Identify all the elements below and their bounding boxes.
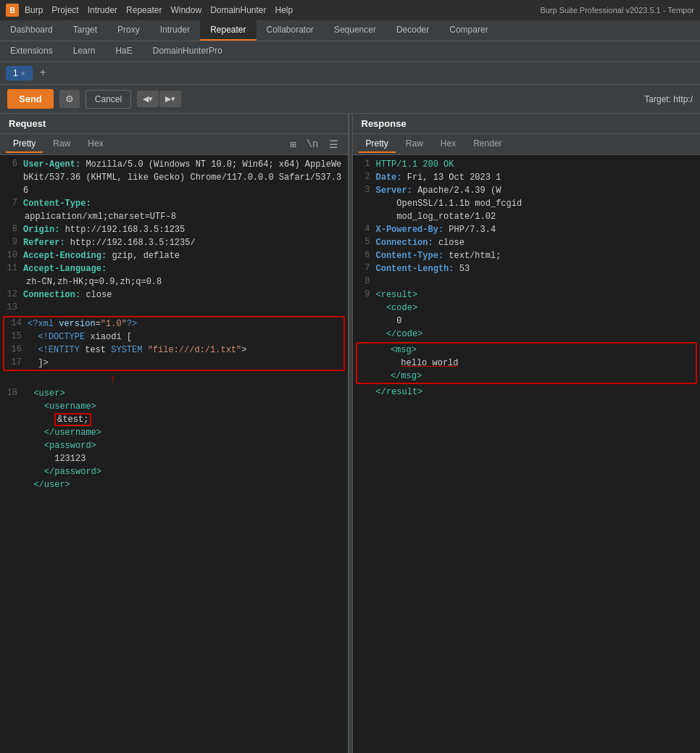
request-tab-raw[interactable]: Raw — [46, 136, 78, 153]
request-line-12: 12 Connection: close — [0, 288, 348, 301]
response-line-msg-val: hello world — [357, 357, 696, 370]
nav-comparer[interactable]: Comparer — [439, 20, 498, 41]
title-bar: B Burp Project Intruder Repeater Window … — [0, 0, 700, 20]
burp-icon: B — [6, 4, 19, 17]
request-line-password-open: <password> — [0, 439, 348, 452]
repeater-tab-1[interactable]: 1 × — [6, 66, 33, 80]
cancel-button[interactable]: Cancel — [86, 90, 131, 109]
request-line-11: 11 Accept-Language:zh-CN,zh-HK;q=0.9,zh;… — [0, 262, 348, 288]
request-line-password-close: </password> — [0, 465, 348, 478]
nav-hae[interactable]: HaE — [105, 41, 142, 62]
nav-buttons: ◀▾ ▶▾ — [137, 91, 181, 107]
request-line-8: 8 Origin: http://192.168.3.5:1235 — [0, 223, 348, 236]
menu-repeater[interactable]: Repeater — [126, 5, 162, 15]
tab-label: 1 — [13, 68, 18, 78]
red-arrow-indicator: ↑ — [109, 373, 348, 387]
tab-close-icon[interactable]: × — [21, 70, 25, 78]
request-line-18: 18 <user> — [0, 387, 348, 400]
request-line-17: 17 ]> — [4, 357, 343, 370]
response-line-4: 4 X-Powered-By: PHP/7.3.4 — [353, 223, 701, 236]
response-line-9: 9 <result> — [353, 288, 701, 301]
request-tab-pretty[interactable]: Pretty — [6, 136, 43, 153]
tab-add-button[interactable]: + — [36, 65, 51, 81]
nav-learn[interactable]: Learn — [63, 41, 106, 62]
xml-declaration-block: 14 <?xml version="1.0"?> 15 <!DOCTYPE xi… — [3, 316, 345, 371]
response-line-code-val: 0 — [353, 315, 701, 328]
response-line-2: 2 Date: Fri, 13 Oct 2023 1 — [353, 171, 701, 184]
response-line-msg-close: </msg> — [357, 370, 696, 383]
menu-burp[interactable]: Burp — [25, 5, 43, 15]
response-panel: Response Pretty Raw Hex Render 1 HTTP/1.… — [353, 114, 701, 753]
response-line-1: 1 HTTP/1.1 200 OK — [353, 158, 701, 171]
response-line-3: 3 Server: Apache/2.4.39 (W OpenSSL/1.1.1… — [353, 184, 701, 223]
main-area: Request Pretty Raw Hex ⊞ \n ☰ 6 User-Age… — [0, 114, 700, 753]
request-line-7: 7 Content-Type:application/xml;charset=U… — [0, 197, 348, 223]
response-header: Response — [353, 114, 701, 134]
wrap-icon[interactable]: \n — [303, 137, 322, 151]
request-line-15: 15 <!DOCTYPE xiaodi [ — [4, 330, 343, 344]
response-line-result-close: </result> — [353, 386, 701, 399]
nav-extensions[interactable]: Extensions — [0, 41, 63, 62]
response-line-msg-open: <msg> — [357, 344, 696, 357]
nav-domainhunterpro[interactable]: DomainHunterPro — [143, 41, 233, 62]
nav-target[interactable]: Target — [63, 20, 107, 41]
tab-bar: 1 × + — [0, 62, 700, 85]
entity-value: &test; — [54, 413, 91, 426]
settings-button[interactable]: ⚙ — [59, 90, 80, 108]
menu-project[interactable]: Project — [51, 5, 78, 15]
response-msg-block: <msg> hello world </msg> — [356, 342, 698, 384]
response-code-area[interactable]: 1 HTTP/1.1 200 OK 2 Date: Fri, 13 Oct 20… — [353, 155, 701, 753]
response-line-7: 7 Content-Length: 53 — [353, 262, 701, 275]
nav-forward-button[interactable]: ▶▾ — [159, 91, 181, 107]
title-bar-menus: Burp Project Intruder Repeater Window Do… — [25, 5, 540, 15]
response-line-code-open: <code> — [353, 301, 701, 315]
copy-icon[interactable]: ⊞ — [286, 137, 299, 152]
nav-sequencer[interactable]: Sequencer — [324, 20, 386, 41]
response-line-8: 8 — [353, 275, 701, 288]
nav-proxy[interactable]: Proxy — [107, 20, 150, 41]
request-line-password-value: 123123 — [0, 452, 348, 465]
request-tabs: Pretty Raw Hex ⊞ \n ☰ — [0, 134, 348, 155]
response-line-code-close: </code> — [353, 328, 701, 341]
request-line-9: 9 Referer: http://192.168.3.5:1235/ — [0, 236, 348, 249]
nav-dashboard[interactable]: Dashboard — [0, 20, 63, 41]
response-tab-hex[interactable]: Hex — [433, 136, 463, 153]
response-tab-raw[interactable]: Raw — [399, 136, 430, 153]
menu-icon[interactable]: ☰ — [325, 137, 342, 152]
request-header: Request — [0, 114, 348, 134]
request-panel: Request Pretty Raw Hex ⊞ \n ☰ 6 User-Age… — [0, 114, 349, 753]
nav-repeater[interactable]: Repeater — [200, 20, 256, 41]
nav-decoder[interactable]: Decoder — [386, 20, 439, 41]
target-label: Target: http:/ — [644, 94, 693, 104]
menu-bar-row2: Extensions Learn HaE DomainHunterPro — [0, 41, 700, 62]
response-line-6: 6 Content-Type: text/html; — [353, 249, 701, 262]
request-line-username-close: </username> — [0, 426, 348, 439]
menu-help[interactable]: Help — [275, 5, 293, 15]
window-title: Burp Suite Professional v2023.5.1 - Temp… — [540, 6, 694, 14]
nav-back-button[interactable]: ◀▾ — [137, 91, 159, 107]
request-line-username-open: <username> — [0, 400, 348, 413]
menu-intruder[interactable]: Intruder — [88, 5, 117, 15]
nav-intruder[interactable]: Intruder — [150, 20, 200, 41]
response-tab-pretty[interactable]: Pretty — [359, 136, 396, 153]
send-button[interactable]: Send — [7, 89, 54, 109]
request-line-entity: &test; — [0, 413, 348, 426]
menu-domainhunter[interactable]: DomainHunter — [210, 5, 266, 15]
menu-bar-row1: Dashboard Target Proxy Intruder Repeater… — [0, 20, 700, 41]
request-line-6: 6 User-Agent: Mozilla/5.0 (Windows NT 10… — [0, 158, 348, 197]
request-line-13: 13 — [0, 301, 348, 315]
response-line-5: 5 Connection: close — [353, 236, 701, 249]
request-line-14: 14 <?xml version="1.0"?> — [4, 317, 343, 330]
nav-collaborator[interactable]: Collaborator — [257, 20, 324, 41]
menu-window[interactable]: Window — [170, 5, 201, 15]
request-line-10: 10 Accept-Encoding: gzip, deflate — [0, 249, 348, 262]
request-line-16: 16 <!ENTITY test SYSTEM "file:///d:/1.tx… — [4, 344, 343, 357]
request-line-user-close: </user> — [0, 478, 348, 491]
response-tab-render[interactable]: Render — [466, 136, 509, 153]
request-code-area[interactable]: 6 User-Agent: Mozilla/5.0 (Windows NT 10… — [0, 155, 348, 753]
toolbar: Send ⚙ Cancel ◀▾ ▶▾ Target: http:/ — [0, 85, 700, 114]
request-tab-hex[interactable]: Hex — [80, 136, 110, 153]
response-tabs: Pretty Raw Hex Render — [353, 134, 701, 155]
